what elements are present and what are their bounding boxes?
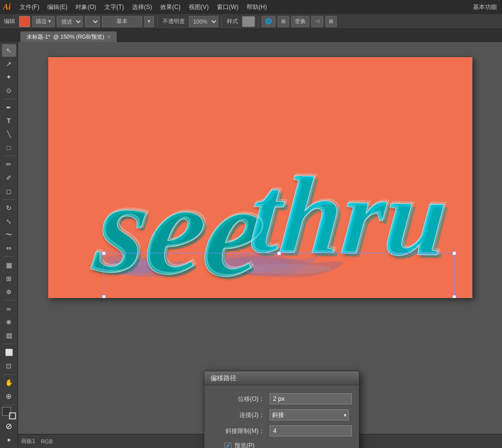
opacity-label: 不透明度 xyxy=(161,18,187,25)
opacity-select[interactable]: 100% xyxy=(189,16,218,27)
menu-object[interactable]: 对象(O) xyxy=(71,2,100,13)
tool-shape-builder[interactable]: ⊕ xyxy=(2,286,16,298)
svg-text:see: see xyxy=(86,153,275,298)
tool-rect[interactable]: □ xyxy=(2,141,16,154)
align-btn[interactable]: ⊣ xyxy=(311,16,323,27)
tool-sep-5 xyxy=(3,300,15,301)
stroke-options-label: 描边 xyxy=(36,18,47,25)
tool-sep-2 xyxy=(3,156,15,156)
pathfinder-btn[interactable]: ⊞ xyxy=(325,16,337,27)
menu-window[interactable]: 窗口(W) xyxy=(213,2,242,13)
stroke-options[interactable]: 描边 ▾ xyxy=(32,16,55,27)
svg-text:thru: thru xyxy=(246,152,453,278)
menu-help[interactable]: 帮助(H) xyxy=(242,2,271,13)
offset-path-dialog: 偏移路径 位移(O)： 连接(J)： 斜接 ▾ 斜接限 xyxy=(204,371,359,448)
tool-direct-selection[interactable]: ↗ xyxy=(2,58,16,70)
fill-stroke-selector[interactable] xyxy=(2,407,16,419)
offset-input[interactable] xyxy=(270,393,352,404)
tool-mesh[interactable]: ⊞ xyxy=(2,272,16,285)
toolbar: 编辑 描边 ▾ 描述 基本 ▾ 不透明度 100% 样式 🌐 ⊞ 变换 ⊣ ⊞ xyxy=(0,14,502,29)
transform-label-btn[interactable]: 变换 xyxy=(291,16,309,27)
tool-width[interactable]: ⇔ xyxy=(2,242,16,254)
dialog-title-bar[interactable]: 偏移路径 xyxy=(204,371,359,385)
workspace-label: 基本功能 xyxy=(473,3,497,12)
tab-bar: 未标题-1* @ 150% (RGB/预览) × xyxy=(0,29,502,42)
tool-column-chart[interactable]: ▨ xyxy=(2,330,16,342)
tool-sep-3 xyxy=(3,199,15,200)
preview-label: 预览(P) xyxy=(234,441,255,448)
variable-select[interactable] xyxy=(85,16,100,27)
join-value: 斜接 xyxy=(272,411,284,419)
tool-artboard[interactable]: ⬜ xyxy=(2,346,16,359)
tool-hand[interactable]: ✋ xyxy=(2,376,16,389)
offset-label: 位移(O)： xyxy=(214,395,270,403)
tool-warp[interactable]: 〜 xyxy=(2,229,16,241)
menu-text[interactable]: 文字(T) xyxy=(100,2,128,13)
app-logo: Ai xyxy=(3,3,11,12)
join-label: 连接(J)： xyxy=(214,411,270,419)
toolbar-sep-3 xyxy=(258,17,259,27)
fill-color-swatch[interactable] xyxy=(19,16,30,27)
tool-selection[interactable]: ↖ xyxy=(2,44,16,57)
tool-rotate[interactable]: ↻ xyxy=(2,202,16,214)
menu-select[interactable]: 选择(S) xyxy=(128,2,156,13)
main-area: ↖ ↗ ✦ ⊙ ✒ T ╲ □ ✏ ✐ ◻ ↻ ⤡ 〜 ⇔ ▦ ⊞ ⊕ ∞ ❋ … xyxy=(0,42,502,448)
miter-input[interactable] xyxy=(270,425,352,436)
tool-lasso[interactable]: ⊙ xyxy=(2,84,16,97)
chevron-down-icon: ▾ xyxy=(48,18,51,25)
artwork-svg: see see see thru thru thru see thru xyxy=(48,57,472,298)
tool-sep-6 xyxy=(3,344,15,344)
doc-settings-btn[interactable]: ⊞ xyxy=(278,16,289,27)
color-info: RGB xyxy=(41,438,53,444)
join-row: 连接(J)： 斜接 ▾ xyxy=(214,409,349,420)
menu-file[interactable]: 文件(F) xyxy=(16,2,43,13)
left-toolbox: ↖ ↗ ✦ ⊙ ✒ T ╲ □ ✏ ✐ ◻ ↻ ⤡ 〜 ⇔ ▦ ⊞ ⊕ ∞ ❋ … xyxy=(0,42,18,448)
menu-edit[interactable]: 编辑(E) xyxy=(43,2,71,13)
document-tab[interactable]: 未标题-1* @ 150% (RGB/预览) × xyxy=(20,31,117,42)
style-label: 样式 xyxy=(225,18,240,25)
artboard: see see see thru thru thru see thru xyxy=(48,57,472,298)
join-dropdown-arrow: ▾ xyxy=(344,412,346,418)
chevron-down-icon-2: ▾ xyxy=(148,18,151,25)
preview-row: ✓ 预览(P) xyxy=(214,441,349,448)
style-btn[interactable] xyxy=(242,16,255,27)
tool-slice[interactable]: ⊡ xyxy=(2,360,16,372)
tab-title: 未标题-1* xyxy=(27,33,50,41)
offset-row: 位移(O)： xyxy=(214,393,349,404)
tool-eraser[interactable]: ◻ xyxy=(2,185,16,198)
tool-scale[interactable]: ⤡ xyxy=(2,215,16,228)
stroke-preview: 基本 xyxy=(102,16,142,27)
dialog-title-text: 偏移路径 xyxy=(210,374,236,383)
tool-gradient[interactable]: ▦ xyxy=(2,259,16,271)
canvas-area[interactable]: see see see thru thru thru see thru xyxy=(18,42,502,448)
tab-close-btn[interactable]: × xyxy=(107,34,110,40)
menu-bar: Ai 文件(F) 编辑(E) 对象(O) 文字(T) 选择(S) 效果(C) 视… xyxy=(0,0,502,14)
preview-checkbox[interactable]: ✓ xyxy=(224,442,231,449)
menu-effect[interactable]: 效果(C) xyxy=(156,2,185,13)
tool-sep-8 xyxy=(3,404,15,405)
tool-brush[interactable]: ✏ xyxy=(2,158,16,171)
tool-pen[interactable]: ✒ xyxy=(2,101,16,114)
web-icon-btn[interactable]: 🌐 xyxy=(262,16,276,27)
tool-pencil[interactable]: ✐ xyxy=(2,172,16,184)
tool-sep-7 xyxy=(3,374,15,375)
join-select[interactable]: 斜接 ▾ xyxy=(270,409,349,420)
miter-row: 斜接限制(M)： xyxy=(214,425,349,436)
tool-blend[interactable]: ∞ xyxy=(2,303,16,315)
tool-type[interactable]: T xyxy=(2,114,16,127)
none-btn[interactable]: ⊘ xyxy=(2,420,16,433)
menu-view[interactable]: 视图(V) xyxy=(185,2,213,13)
tool-symbol-spray[interactable]: ❋ xyxy=(2,316,16,329)
tool-line[interactable]: ╲ xyxy=(2,128,16,140)
checkbox-check: ✓ xyxy=(225,442,230,449)
stroke-weight[interactable]: ▾ xyxy=(144,16,154,27)
tool-sep-1 xyxy=(3,99,15,99)
tool-sep-4 xyxy=(3,256,15,257)
dialog-body: 位移(O)： 连接(J)： 斜接 ▾ 斜接限制(M)： xyxy=(204,385,359,448)
tool-zoom[interactable]: ⊕ xyxy=(2,390,16,402)
color-mode-btn[interactable]: ■ xyxy=(2,433,16,446)
stroke-select[interactable]: 描述 xyxy=(57,16,83,27)
tool-magic-wand[interactable]: ✦ xyxy=(2,71,16,83)
stroke-preview-label: 基本 xyxy=(116,18,128,25)
miter-label: 斜接限制(M)： xyxy=(214,427,270,435)
